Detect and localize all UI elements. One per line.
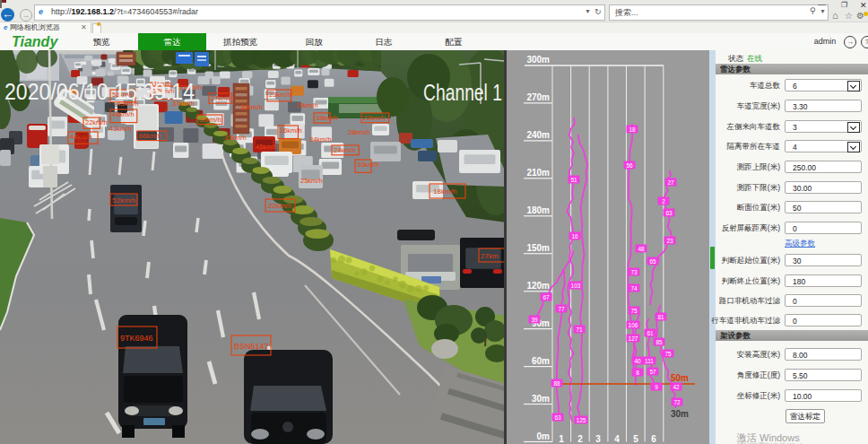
svg-text:127: 127 — [629, 335, 638, 342]
svg-text:3: 3 — [595, 434, 601, 444]
svg-text:81: 81 — [657, 314, 664, 320]
svg-text:51: 51 — [570, 177, 577, 183]
svg-text:2020/06/10 15:39:14: 2020/06/10 15:39:14 — [4, 78, 195, 105]
svg-text:85: 85 — [655, 339, 663, 345]
svg-text:18km/h: 18km/h — [433, 187, 456, 196]
svg-text:65: 65 — [649, 258, 656, 265]
svg-text:40: 40 — [634, 358, 641, 364]
svg-text:27km/h: 27km/h — [211, 94, 233, 102]
svg-text:Channel 1: Channel 1 — [423, 79, 502, 106]
svg-text:120m: 120m — [526, 281, 550, 291]
svg-text:9TK6946: 9TK6946 — [120, 334, 153, 343]
svg-text:4: 4 — [614, 434, 620, 444]
svg-text:0m: 0m — [537, 431, 551, 441]
svg-text:74: 74 — [630, 285, 638, 292]
svg-text:67: 67 — [542, 294, 550, 300]
svg-text:66km/h: 66km/h — [139, 132, 161, 140]
svg-text:150m: 150m — [526, 243, 550, 253]
svg-text:43km/h: 43km/h — [109, 125, 132, 133]
svg-text:36km/h: 36km/h — [240, 103, 263, 111]
svg-text:18: 18 — [629, 126, 636, 133]
svg-text:48km/h: 48km/h — [112, 110, 135, 118]
svg-text:BSN6147: BSN6147 — [234, 342, 269, 351]
svg-text:63: 63 — [554, 414, 561, 421]
svg-text:71: 71 — [576, 326, 583, 333]
svg-text:28km/h: 28km/h — [348, 128, 370, 136]
svg-text:23: 23 — [666, 238, 673, 244]
svg-text:27: 27 — [667, 179, 674, 186]
svg-text:44km/h: 44km/h — [70, 133, 92, 141]
svg-text:9: 9 — [655, 384, 658, 390]
svg-text:63: 63 — [665, 210, 673, 216]
svg-text:5: 5 — [633, 434, 638, 444]
svg-text:52km/h: 52km/h — [112, 196, 135, 205]
svg-text:106: 106 — [629, 322, 638, 328]
svg-text:16: 16 — [571, 233, 578, 239]
svg-text:39km/h: 39km/h — [199, 116, 221, 124]
svg-text:30m: 30m — [532, 394, 550, 404]
svg-text:111: 111 — [645, 358, 654, 364]
svg-text:180m: 180m — [526, 205, 550, 215]
svg-text:29km/h: 29km/h — [296, 101, 318, 109]
svg-text:42: 42 — [673, 384, 680, 390]
svg-text:27km: 27km — [481, 252, 499, 260]
svg-text:23km/h: 23km/h — [269, 91, 291, 99]
svg-text:48: 48 — [638, 246, 645, 252]
svg-text:22km/h: 22km/h — [268, 202, 291, 210]
svg-text:39: 39 — [531, 317, 538, 323]
svg-text:56: 56 — [626, 162, 633, 169]
svg-text:22km/h: 22km/h — [85, 118, 108, 126]
svg-text:77: 77 — [558, 306, 565, 312]
svg-text:103: 103 — [571, 283, 581, 289]
svg-text:125: 125 — [577, 417, 586, 423]
svg-text:33km/h: 33km/h — [224, 134, 247, 142]
svg-text:88: 88 — [553, 380, 560, 387]
svg-text:61: 61 — [647, 330, 654, 336]
svg-text:50m: 50m — [671, 373, 689, 383]
svg-text:6: 6 — [651, 434, 656, 444]
svg-text:8: 8 — [636, 370, 639, 376]
svg-text:22km/h: 22km/h — [363, 114, 386, 122]
svg-text:60m: 60m — [532, 356, 550, 366]
svg-text:24km/h: 24km/h — [334, 146, 356, 154]
svg-text:2: 2 — [577, 434, 583, 444]
svg-text:75: 75 — [630, 308, 638, 314]
svg-text:75: 75 — [664, 351, 672, 357]
svg-text:30km/h: 30km/h — [357, 161, 379, 169]
svg-text:1: 1 — [559, 434, 564, 444]
svg-text:210m: 210m — [526, 168, 550, 178]
svg-text:2: 2 — [662, 198, 665, 205]
svg-text:38km/h: 38km/h — [316, 114, 338, 122]
svg-text:72: 72 — [673, 399, 681, 405]
svg-text:270m: 270m — [526, 92, 550, 102]
svg-text:25km/h: 25km/h — [300, 177, 323, 185]
svg-text:45km/h: 45km/h — [256, 143, 278, 151]
svg-text:240m: 240m — [526, 130, 550, 140]
svg-text:34km/h: 34km/h — [309, 135, 332, 144]
svg-text:30m: 30m — [671, 409, 689, 419]
svg-text:57: 57 — [649, 369, 656, 375]
svg-text:300m: 300m — [526, 55, 550, 65]
svg-text:73: 73 — [630, 269, 638, 275]
